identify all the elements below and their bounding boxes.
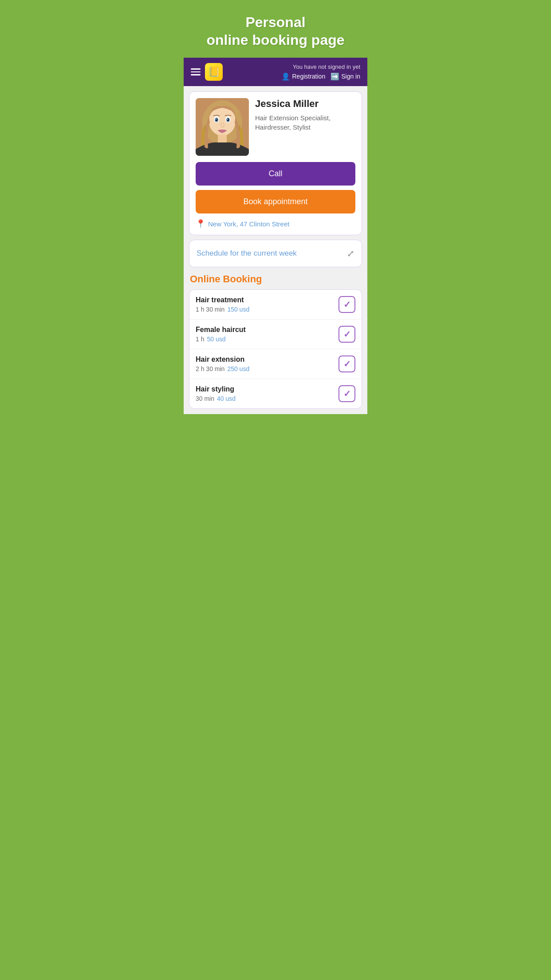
services-list: Hair treatment 1 h 30 min 150 usd ✓ Fema… [189, 289, 362, 409]
svg-rect-11 [218, 134, 227, 142]
online-booking-title: Online Booking [189, 273, 362, 285]
location-icon: 📍 [196, 219, 205, 229]
service-meta: 30 min 40 usd [196, 395, 338, 402]
service-meta: 1 h 30 min 150 usd [196, 306, 338, 313]
service-item-hair-extension: Hair extension 2 h 30 min 250 usd ✓ [189, 349, 362, 379]
not-signed-in-text: You have not signed in yet [281, 63, 360, 70]
navbar: 📒 You have not signed in yet 👤 Registrat… [184, 58, 367, 86]
svg-point-7 [216, 119, 218, 121]
service-item-hair-styling: Hair styling 30 min 40 usd ✓ [189, 379, 362, 408]
service-checkbox[interactable]: ✓ [338, 385, 355, 402]
profile-name: Jessica Miller [255, 98, 355, 110]
service-meta: 1 h 50 usd [196, 336, 338, 343]
service-price: 150 usd [227, 306, 249, 313]
checkmark-icon: ✓ [343, 359, 351, 369]
schedule-card[interactable]: Schedule for the current week ⤢ [189, 240, 362, 267]
registration-link[interactable]: 👤 Registration [281, 72, 325, 81]
service-duration: 1 h [196, 336, 204, 343]
service-name: Female haircut [196, 326, 338, 334]
service-name: Hair extension [196, 356, 338, 364]
schedule-label: Schedule for the current week [197, 249, 297, 258]
service-info: Hair extension 2 h 30 min 250 usd [196, 356, 338, 372]
service-checkbox[interactable]: ✓ [338, 356, 355, 372]
book-appointment-button[interactable]: Book appointment [196, 190, 355, 213]
expand-icon[interactable]: ⤢ [347, 248, 354, 259]
svg-point-8 [227, 119, 229, 121]
service-price: 250 usd [227, 365, 249, 372]
svg-point-9 [216, 119, 216, 120]
service-info: Female haircut 1 h 50 usd [196, 326, 338, 343]
checkmark-icon: ✓ [343, 329, 351, 340]
content-area: Jessica Miller Hair Extension Specialist… [184, 86, 367, 414]
service-duration: 1 h 30 min [196, 306, 224, 313]
profile-photo [196, 98, 249, 156]
checkmark-icon: ✓ [343, 299, 351, 310]
sign-in-link[interactable]: ➡️ Sign in [331, 72, 360, 81]
service-duration: 30 min [196, 395, 214, 402]
service-item-hair-treatment: Hair treatment 1 h 30 min 150 usd ✓ [189, 290, 362, 320]
profile-title: Hair Extension Specialist, Hairdresser, … [255, 113, 355, 132]
service-duration: 2 h 30 min [196, 365, 224, 372]
service-checkbox[interactable]: ✓ [338, 326, 355, 343]
service-meta: 2 h 30 min 250 usd [196, 365, 338, 372]
service-info: Hair styling 30 min 40 usd [196, 385, 338, 402]
call-button[interactable]: Call [196, 162, 355, 186]
service-name: Hair styling [196, 385, 338, 393]
location-text[interactable]: New York, 47 Clinton Street [208, 220, 289, 228]
service-item-female-haircut: Female haircut 1 h 50 usd ✓ [189, 320, 362, 349]
person-icon: 👤 [281, 72, 290, 81]
page-title: Personal online booking page [184, 0, 367, 58]
service-checkbox[interactable]: ✓ [338, 296, 355, 313]
menu-button[interactable] [191, 68, 201, 75]
svg-point-10 [227, 119, 228, 120]
profile-card: Jessica Miller Hair Extension Specialist… [189, 91, 362, 235]
app-icon: 📒 [205, 63, 223, 81]
checkmark-icon: ✓ [343, 388, 351, 399]
profile-info: Jessica Miller Hair Extension Specialist… [255, 98, 355, 156]
service-name: Hair treatment [196, 296, 338, 304]
service-price: 40 usd [217, 395, 236, 402]
sign-in-icon: ➡️ [331, 72, 339, 81]
location-row: 📍 New York, 47 Clinton Street [196, 219, 355, 229]
service-price: 50 usd [207, 336, 225, 343]
service-info: Hair treatment 1 h 30 min 150 usd [196, 296, 338, 313]
